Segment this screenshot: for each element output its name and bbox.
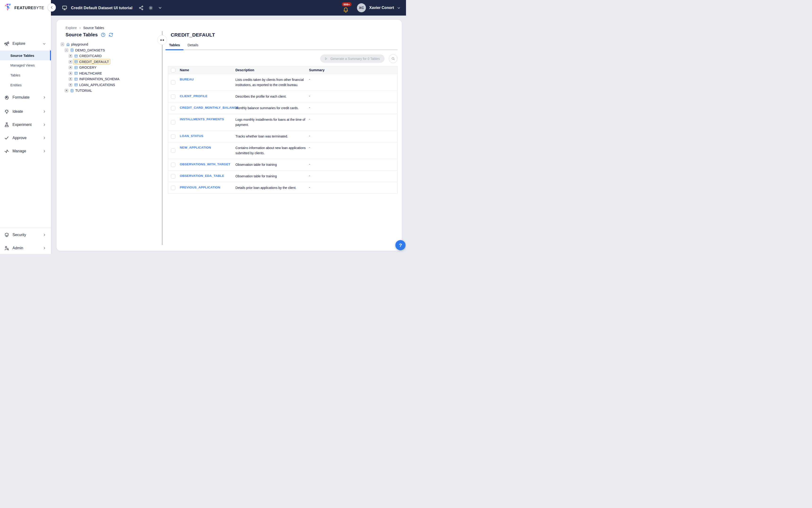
row-checkbox[interactable] xyxy=(171,106,175,111)
tree-node-healthcare[interactable]: HEALTHCARE xyxy=(57,71,158,76)
tree-expand-icon[interactable] xyxy=(69,83,72,87)
table-summary: - xyxy=(309,134,310,138)
table-description: Observation table for training xyxy=(235,174,307,179)
table-name-link[interactable]: INSTALLMENTS_PAYMENTS xyxy=(180,118,224,121)
share-icon[interactable] xyxy=(139,5,144,10)
tree-expand-icon[interactable] xyxy=(65,89,68,92)
resize-arrows-icon xyxy=(160,38,165,43)
tree-expand-icon[interactable] xyxy=(69,60,72,64)
tree-collapse-icon[interactable] xyxy=(61,43,64,46)
table-name-link[interactable]: OBSERVATION_EDA_TABLE xyxy=(180,174,224,178)
logo-icon xyxy=(4,4,12,12)
sidebar-item-manage[interactable]: Manage xyxy=(0,144,51,158)
chevron-right-icon xyxy=(42,246,46,250)
help-fab-button[interactable]: ? xyxy=(395,240,406,250)
panel-resize-handle[interactable] xyxy=(157,35,167,45)
help-circle-icon[interactable] xyxy=(101,32,106,37)
brand-byte: BYTE xyxy=(34,6,44,10)
row-checkbox[interactable] xyxy=(171,134,175,139)
table-row: CREDIT_CARD_MONTHLY_BALANCE Monthly bala… xyxy=(168,102,398,114)
table-row: PREVIOUS_APPLICATION Details prior loan … xyxy=(168,182,398,194)
sidebar-item-experiment[interactable]: Experiment xyxy=(0,118,51,131)
breadcrumb-source-tables[interactable]: Source Tables xyxy=(83,26,104,30)
table-name-link[interactable]: OBSERVATIONS_WITH_TARGET xyxy=(180,163,231,166)
table-row: LOAN_STATUS Tracks whether loan was term… xyxy=(168,131,398,142)
row-checkbox[interactable] xyxy=(171,185,175,190)
catalog-icon xyxy=(66,42,70,46)
breadcrumb-separator: > xyxy=(79,26,81,30)
table-icon xyxy=(74,60,78,64)
table-description: Describes the profile for each client. xyxy=(235,94,307,99)
tree-expand-icon[interactable] xyxy=(69,54,72,57)
tree-node-tutorial[interactable]: TUTORIAL xyxy=(57,88,158,94)
tree-node-demo-datasets[interactable]: DEMO_DATASETS xyxy=(57,47,158,53)
generate-summary-button[interactable]: Generate a Summary for 0 Tables xyxy=(320,54,385,63)
row-checkbox[interactable] xyxy=(171,174,175,178)
row-checkbox[interactable] xyxy=(171,163,175,167)
table-summary: - xyxy=(309,117,310,121)
sidebar-item-formulate[interactable]: Formulate xyxy=(0,91,51,104)
table-header-row: Name Description Summary xyxy=(168,66,398,74)
row-checkbox[interactable] xyxy=(171,120,175,125)
search-icon xyxy=(391,56,395,61)
row-checkbox[interactable] xyxy=(171,149,175,153)
sidebar-collapse-button[interactable] xyxy=(48,3,56,11)
table-summary: - xyxy=(309,185,310,189)
avatar[interactable]: XC xyxy=(357,3,366,12)
tree-node-loan-applications[interactable]: LOAN_APPLICATIONS xyxy=(57,82,158,88)
tree-node-playground[interactable]: playground xyxy=(57,42,158,47)
table-summary: - xyxy=(309,174,310,178)
chevron-left-icon xyxy=(49,5,54,10)
sidebar-item-explore[interactable]: Explore xyxy=(0,38,51,49)
tree-collapse-icon[interactable] xyxy=(65,49,68,52)
table-name-link[interactable]: CLIENT_PROFILE xyxy=(180,94,208,98)
database-icon xyxy=(70,89,74,93)
table-name-link[interactable]: NEW_APPLICATION xyxy=(180,146,211,149)
sidebar-item-security[interactable]: Security xyxy=(0,229,51,241)
column-header-name: Name xyxy=(180,66,235,74)
sidebar-item-ideate[interactable]: Ideate xyxy=(0,105,51,118)
table-name-link[interactable]: BUREAU xyxy=(180,78,194,81)
play-icon xyxy=(324,56,328,61)
select-all-checkbox[interactable] xyxy=(171,68,175,72)
tab-tables[interactable]: Tables xyxy=(166,43,183,49)
tree-expand-icon[interactable] xyxy=(69,72,72,75)
sidebar-item-admin[interactable]: Admin xyxy=(0,242,51,254)
table-name-link[interactable]: LOAN_STATUS xyxy=(180,134,204,138)
gear-icon[interactable] xyxy=(148,5,153,10)
sidebar-item-source-tables[interactable]: Source Tables xyxy=(0,50,51,60)
tree-node-grocery[interactable]: GROCERY xyxy=(57,65,158,71)
user-menu-chevron-icon[interactable] xyxy=(397,6,401,10)
breadcrumb-explore[interactable]: Explore xyxy=(65,26,77,30)
search-button[interactable] xyxy=(389,54,398,63)
refresh-icon[interactable] xyxy=(108,32,114,37)
tree-node-information-schema[interactable]: INFORMATION_SCHEMA xyxy=(57,76,158,82)
row-checkbox[interactable] xyxy=(171,80,175,85)
chevron-down-icon xyxy=(42,42,46,46)
tab-details[interactable]: Details xyxy=(184,43,202,49)
sidebar-item-approve[interactable]: Approve xyxy=(0,131,51,144)
table-icon xyxy=(74,83,78,87)
sidebar-item-managed-views[interactable]: Managed Views xyxy=(0,60,51,70)
tree-node-selected[interactable]: CREDIT_DEFAULT xyxy=(73,59,110,65)
sidebar-item-entities[interactable]: Entities xyxy=(0,80,51,90)
sidebar: FEATUREBYTE Explore Source Tables Manage… xyxy=(0,0,51,254)
table-name-link[interactable]: CREDIT_CARD_MONTHLY_BALANCE xyxy=(180,106,239,110)
flask-icon xyxy=(4,122,9,128)
tree-expand-icon[interactable] xyxy=(69,77,72,81)
notifications-bell[interactable]: 999+ xyxy=(342,2,354,13)
workspace-title: Credit Default Dataset UI tutorial xyxy=(71,6,133,10)
table-name-link[interactable]: PREVIOUS_APPLICATION xyxy=(180,185,220,189)
tree-node-credit-default[interactable]: CREDIT_DEFAULT xyxy=(57,59,158,65)
table-toolbar: Generate a Summary for 0 Tables xyxy=(320,54,398,63)
table-summary: - xyxy=(309,105,310,110)
tree-expand-icon[interactable] xyxy=(69,66,72,69)
pulse-icon xyxy=(4,149,9,154)
chevron-right-icon xyxy=(42,233,46,237)
table-row: NEW_APPLICATION Contains information abo… xyxy=(168,142,398,159)
tree-node-creditcard[interactable]: CREDITCARD xyxy=(57,53,158,59)
sidebar-item-tables[interactable]: Tables xyxy=(0,70,51,80)
chevron-down-icon[interactable] xyxy=(158,6,162,10)
chevron-right-icon xyxy=(42,110,46,114)
row-checkbox[interactable] xyxy=(171,94,175,99)
